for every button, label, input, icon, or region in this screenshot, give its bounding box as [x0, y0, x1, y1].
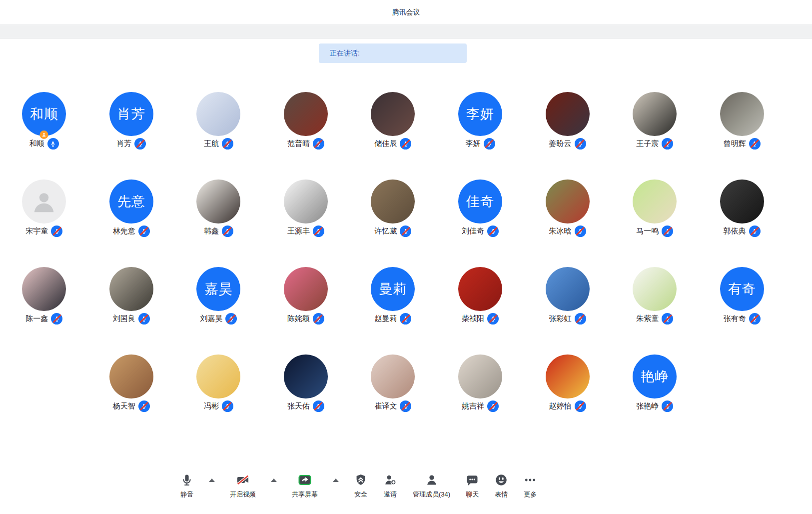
mic-muted-icon — [313, 138, 324, 150]
participant-nameline: 崔译文 — [374, 400, 411, 412]
mic-muted-icon — [575, 400, 586, 412]
mic-muted-icon — [487, 400, 499, 412]
participant-tile[interactable]: 柴祯阳 — [437, 267, 524, 354]
toolbar-members-button[interactable]: 管理成员(34) — [413, 472, 450, 499]
participant-name: 宋宇童 — [25, 226, 48, 236]
mic-muted-icon — [51, 226, 62, 237]
participant-nameline: 和顺 — [29, 138, 59, 150]
participant-tile[interactable]: 王源丰 — [262, 180, 350, 267]
participant-tile[interactable]: 陈姹颖 — [262, 267, 350, 354]
toolbar-mute-caret[interactable] — [209, 478, 215, 482]
participant-nameline: 郭依典 — [724, 226, 761, 237]
participant-tile[interactable]: 宋宇童 — [0, 180, 88, 267]
participant-tile[interactable]: 赵婷怡 — [524, 354, 611, 442]
participant-nameline: 张艳峥 — [636, 400, 673, 412]
participant-tile[interactable]: 佳奇刘佳奇 — [437, 180, 524, 267]
participant-name: 冯彬 — [204, 402, 219, 411]
participant-name: 肖芳 — [116, 139, 131, 148]
participant-tile[interactable]: 王子宸 — [611, 92, 699, 180]
toolbar-more-button[interactable]: 更多 — [523, 472, 537, 499]
toolbar-share-button[interactable]: 共享屏幕 — [292, 472, 318, 499]
participant-tile[interactable]: 刘国良 — [88, 267, 175, 354]
avatar-photo — [284, 92, 328, 136]
participant-nameline: 赵曼莉 — [374, 313, 411, 324]
participant-name: 姜盼云 — [549, 139, 572, 148]
participant-tile[interactable]: 冯彬 — [175, 354, 262, 442]
participant-nameline: 许忆葳 — [374, 226, 411, 237]
participant-name: 刘国良 — [113, 314, 135, 324]
mic-muted-icon — [400, 313, 411, 324]
participant-tile[interactable]: 李妍李妍 — [437, 92, 524, 180]
participant-tile[interactable]: 储佳辰 — [349, 92, 437, 180]
toolbar-invite-label: 邀请 — [384, 490, 397, 499]
participant-name: 林先意 — [113, 226, 135, 236]
participant-nameline: 朱紫童 — [636, 313, 673, 324]
participant-tile[interactable]: 曼莉赵曼莉 — [349, 267, 437, 354]
participant-nameline: 范普晴 — [287, 138, 324, 150]
mic-muted-icon — [400, 226, 411, 237]
toolbar-emoji-button[interactable]: 表情 — [494, 472, 508, 499]
avatar-photo — [720, 180, 764, 224]
emoji-icon — [494, 472, 508, 488]
avatar-initials: 李妍 — [458, 92, 502, 136]
participant-name: 刘嘉昊 — [200, 314, 222, 324]
participant-tile[interactable]: 陈一鑫 — [0, 267, 88, 354]
mic-muted-icon — [662, 313, 673, 324]
participant-tile[interactable]: 嘉昊刘嘉昊 — [175, 267, 262, 354]
camera-off-icon — [235, 472, 250, 488]
participant-tile[interactable]: 朱紫童 — [611, 267, 699, 354]
participant-nameline: 柴祯阳 — [462, 313, 499, 324]
participant-nameline: 韩鑫 — [204, 226, 233, 237]
toolbar-mute-button[interactable]: 静音 — [180, 472, 194, 499]
participant-tile[interactable]: 张天佑 — [262, 354, 350, 442]
toolbar-security-button[interactable]: 安全 — [354, 472, 368, 499]
avatar-initials: 和顺 — [22, 92, 66, 136]
mic-muted-icon — [487, 313, 499, 324]
more-icon — [523, 472, 537, 488]
toolbar-share-label: 共享屏幕 — [292, 490, 318, 499]
mic-muted-icon — [749, 138, 761, 150]
avatar-placeholder — [22, 180, 66, 224]
avatar-photo — [633, 180, 677, 224]
participant-tile[interactable]: 姚吉祥 — [437, 354, 524, 442]
participant-name: 储佳辰 — [374, 139, 397, 148]
participant-tile[interactable]: 马一鸣 — [611, 180, 699, 267]
participant-tile[interactable]: 韩鑫 — [175, 180, 262, 267]
participant-tile[interactable]: 张彩虹 — [524, 267, 611, 354]
toolbar-video-label: 开启视频 — [230, 490, 256, 499]
toolbar-more-label: 更多 — [524, 490, 537, 499]
toolbar-share-caret[interactable] — [333, 478, 339, 482]
participant-name: 王子宸 — [636, 139, 659, 148]
participant-name: 赵婷怡 — [549, 402, 572, 411]
participant-tile[interactable]: 姜盼云 — [524, 92, 611, 180]
participant-tile[interactable]: 杨天智 — [88, 354, 175, 442]
avatar-initials: 曼莉 — [371, 267, 415, 311]
participant-tile[interactable]: 王航 — [175, 92, 262, 180]
participant-tile[interactable]: 许忆葳 — [349, 180, 437, 267]
participant-tile[interactable]: 肖芳肖芳 — [88, 92, 175, 180]
mic-muted-icon — [313, 313, 324, 324]
participant-tile[interactable]: 有奇张有奇 — [698, 267, 786, 354]
participant-name: 曾明辉 — [724, 139, 746, 148]
participant-name: 朱冰晗 — [549, 226, 572, 236]
participant-tile[interactable]: 艳峥张艳峥 — [611, 354, 699, 442]
participant-tile[interactable]: 曾明辉 — [698, 92, 786, 180]
participant-tile[interactable]: 朱冰晗 — [524, 180, 611, 267]
toolbar-video-button[interactable]: 开启视频 — [230, 472, 256, 499]
toolbar-video-caret[interactable] — [271, 478, 277, 482]
participant-tile[interactable]: 和顺和顺 — [0, 92, 88, 180]
participant-name: 姚吉祥 — [462, 402, 484, 411]
toolbar-chat-button[interactable]: 聊天 — [465, 472, 479, 499]
toolbar-invite-button[interactable]: 邀请 — [383, 472, 398, 499]
participant-nameline: 刘佳奇 — [462, 226, 499, 237]
participant-tile[interactable]: 范普晴 — [262, 92, 350, 180]
participant-nameline: 储佳辰 — [374, 138, 411, 150]
mic-muted-icon — [749, 313, 761, 324]
participant-tile[interactable]: 郭依典 — [698, 180, 786, 267]
participant-tile[interactable]: 先意林先意 — [88, 180, 175, 267]
avatar-photo — [546, 180, 590, 224]
toolbar-mute-label: 静音 — [180, 490, 193, 499]
participant-name: 陈一鑫 — [25, 314, 48, 324]
avatar-photo — [109, 267, 153, 311]
participant-tile[interactable]: 崔译文 — [349, 354, 437, 442]
